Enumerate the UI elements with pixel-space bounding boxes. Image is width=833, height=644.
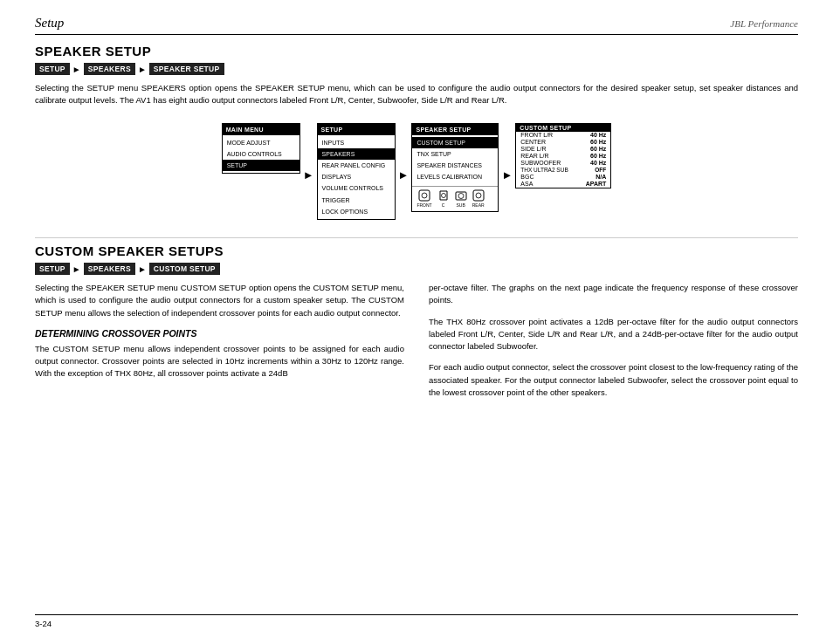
setup-menu-items: INPUTS SPEAKERS REAR PANEL CONFIG DISPLA… — [318, 135, 395, 219]
header-right: JBL Performance — [730, 18, 798, 29]
breadcrumb2-arrow-2: ► — [138, 264, 147, 274]
svg-point-5 — [458, 194, 464, 199]
breadcrumb2-arrow-1: ► — [72, 264, 81, 274]
breadcrumb-arrow-1: ► — [72, 65, 81, 74]
icon-group-left: FRONT — [416, 189, 431, 209]
page-header: Setup JBL Performance — [35, 16, 798, 35]
menu-item-audio-controls: AUDIO CONTROLS — [223, 148, 299, 160]
custom-row-sub: SUBWOOFER40 Hz — [516, 160, 610, 167]
right-column: per-octave filter. The graphs on the nex… — [429, 282, 798, 408]
breadcrumb2-setup: SETUP — [35, 263, 70, 275]
speaker-setup-menu-items: CUSTOM SETUP TNX SETUP SPEAKER DISTANCES… — [412, 135, 498, 185]
section2-title: CUSTOM SPEAKER SETUPS — [35, 243, 798, 258]
main-menu-header: MAIN MENU — [223, 124, 299, 135]
sub-section-title: DETERMINING CROSSOVER POINTS — [35, 328, 404, 339]
custom-menu-rows: FRONT L/R40 Hz CENTER60 Hz SIDE L/R60 Hz… — [516, 132, 610, 188]
icon-group-center: C — [437, 189, 450, 209]
custom-row-rear: REAR L/R60 Hz — [516, 153, 610, 160]
section-speaker-setup: SPEAKER SETUP SETUP ► SPEAKERS ► SPEAKER… — [35, 44, 798, 116]
speaker-icon-3 — [455, 189, 467, 202]
menu-item-trigger: TRIGGER — [318, 195, 395, 206]
breadcrumb2-custom-setup: CUSTOM SETUP — [149, 263, 220, 275]
custom-row-thx-ultra: THX ULTRA2 SUBOFF — [516, 167, 610, 174]
speaker-label-2: C — [442, 202, 445, 209]
speaker-label-3: SUB — [457, 202, 465, 209]
arrow-main-setup: ► — [300, 168, 317, 182]
svg-point-1 — [422, 193, 427, 198]
svg-point-7 — [476, 193, 481, 198]
breadcrumb-speakers: SPEAKERS — [84, 63, 135, 75]
section1-title: SPEAKER SETUP — [35, 44, 798, 58]
speaker-icon-1 — [418, 189, 430, 202]
speaker-setup-menu-box: SPEAKER SETUP CUSTOM SETUP TNX SETUP SPE… — [411, 123, 499, 213]
menu-item-speakers: SPEAKERS — [318, 148, 395, 160]
arrow-speaker-custom: ► — [499, 168, 515, 182]
menu-item-setup: SETUP — [223, 160, 299, 171]
setup-menu-header: SETUP — [318, 124, 395, 135]
menu-item-mode-adjust: MODE ADJUST — [223, 137, 299, 148]
main-menu-items: MODE ADJUST AUDIO CONTROLS SETUP — [223, 135, 299, 174]
page: Setup JBL Performance SPEAKER SETUP SETU… — [0, 0, 833, 644]
custom-row-asa: ASAAPART — [516, 181, 610, 188]
svg-point-3 — [441, 194, 445, 198]
two-col-layout: Selecting the SPEAKER SETUP menu CUSTOM … — [35, 282, 798, 408]
setup-menu-box: SETUP INPUTS SPEAKERS REAR PANEL CONFIG … — [317, 123, 396, 221]
custom-row-center: CENTER60 Hz — [516, 139, 610, 146]
breadcrumb-2: SETUP ► SPEAKERS ► CUSTOM SETUP — [35, 263, 798, 275]
breadcrumb-arrow-2: ► — [138, 65, 147, 74]
page-number: 3-24 — [35, 619, 52, 628]
menu-item-rear-panel: REAR PANEL CONFIG — [318, 160, 395, 171]
custom-setup-menu-header: CUSTOM SETUP — [516, 124, 610, 132]
sub-section-body: The CUSTOM SETUP menu allows independent… — [35, 343, 404, 380]
speaker-menu-item-levels: LEVELS CALIBRATION — [412, 171, 498, 182]
menu-item-displays: DISPLAYS — [318, 171, 395, 182]
custom-row-front: FRONT L/R40 Hz — [516, 132, 610, 139]
header-left: Setup — [35, 16, 64, 31]
menu-diagrams: MAIN MENU MODE ADJUST AUDIO CONTROLS SET… — [35, 123, 798, 221]
speaker-menu-item-custom: CUSTOM SETUP — [412, 137, 498, 148]
custom-row-bgc: BGCN/A — [516, 174, 610, 181]
right-para3: For each audio output connector, select … — [429, 361, 798, 399]
speaker-icons-area: FRONT C SUB REAR — [412, 186, 498, 211]
menu-item-lock: LOCK OPTIONS — [318, 206, 395, 217]
custom-row-side: SIDE L/R60 Hz — [516, 146, 610, 153]
breadcrumb-speaker-setup: SPEAKER SETUP — [149, 63, 224, 75]
right-para2: The THX 80Hz crossover point activates a… — [429, 316, 798, 353]
arrow-setup-speaker: ► — [396, 168, 412, 182]
right-para1: per-octave filter. The graphs on the nex… — [429, 282, 798, 307]
left-column: Selecting the SPEAKER SETUP menu CUSTOM … — [35, 282, 404, 408]
speaker-menu-item-distances: SPEAKER DISTANCES — [412, 160, 498, 171]
speaker-label-1: FRONT — [416, 202, 431, 209]
speaker-label-4: REAR — [472, 202, 485, 209]
main-menu-box: MAIN MENU MODE ADJUST AUDIO CONTROLS SET… — [222, 123, 300, 175]
speaker-icon-4 — [472, 189, 485, 202]
section1-body: Selecting the SETUP menu SPEAKERS option… — [35, 82, 798, 107]
breadcrumb2-speakers: SPEAKERS — [84, 263, 135, 275]
svg-rect-0 — [419, 190, 430, 201]
section-divider — [35, 237, 798, 238]
icon-group-sub: SUB — [455, 189, 467, 209]
svg-rect-6 — [473, 190, 484, 201]
custom-setup-menu-box: CUSTOM SETUP FRONT L/R40 Hz CENTER60 Hz … — [515, 123, 611, 188]
speaker-icon-2 — [437, 189, 450, 202]
speaker-menu-item-thx: TNX SETUP — [412, 148, 498, 160]
icon-group-rear: REAR — [472, 189, 485, 209]
section2-body: Selecting the SPEAKER SETUP menu CUSTOM … — [35, 282, 404, 319]
speaker-setup-menu-header: SPEAKER SETUP — [412, 124, 498, 135]
page-footer: 3-24 — [35, 614, 798, 628]
menu-item-inputs: INPUTS — [318, 137, 395, 148]
breadcrumb-1: SETUP ► SPEAKERS ► SPEAKER SETUP — [35, 63, 798, 75]
breadcrumb-setup: SETUP — [35, 63, 70, 75]
section-custom-setup: CUSTOM SPEAKER SETUPS SETUP ► SPEAKERS ►… — [35, 243, 798, 408]
menu-item-volume: VOLUME CONTROLS — [318, 182, 395, 194]
